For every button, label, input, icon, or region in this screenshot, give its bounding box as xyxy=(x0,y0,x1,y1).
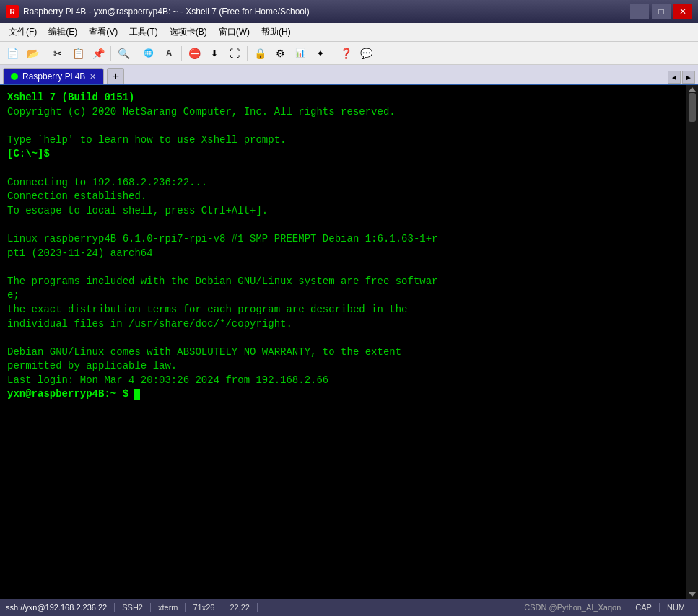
window-title: Raspberry Pi 4B - yxn@raspberryp4B: ~ - … xyxy=(23,6,630,17)
tb-paste[interactable]: 📌 xyxy=(89,44,108,63)
menu-file[interactable]: 文件(F) xyxy=(3,25,43,40)
terminal-line-19: Debian GNU/Linux comes with ABSOLUTELY N… xyxy=(7,346,679,360)
minimize-button[interactable]: ─ xyxy=(630,4,649,19)
tb-stop[interactable]: ⛔ xyxy=(185,44,204,63)
tb-cut[interactable]: ✂ xyxy=(48,44,67,63)
terminal-line-5: [C:\~]$ xyxy=(7,147,679,162)
scrollbar-vertical[interactable] xyxy=(686,85,698,599)
terminal-line-9: To escape to local shell, press Ctrl+Alt… xyxy=(7,204,679,219)
tb-fullscreen[interactable]: ⛶ xyxy=(225,44,244,63)
terminal-line-20: permitted by applicable law. xyxy=(7,359,679,374)
toolbar: 📄 📂 ✂ 📋 📌 🔍 🌐 A ⛔ ⬇ ⛶ 🔒 ⚙ 📊 ✦ ❓ 💬 xyxy=(0,42,698,65)
tb-session[interactable]: 🌐 xyxy=(139,44,158,63)
tb-help[interactable]: ❓ xyxy=(336,44,355,63)
tb-copy[interactable]: 📋 xyxy=(69,44,87,63)
tb-new[interactable]: 📄 xyxy=(3,44,22,63)
status-connection: ssh://yxn@192.168.2.236:22 xyxy=(6,603,115,612)
menu-edit[interactable]: 编辑(E) xyxy=(43,25,83,40)
tb-open[interactable]: 📂 xyxy=(23,44,42,63)
tab-navigation: ◄ ► xyxy=(668,71,695,84)
tb-download[interactable]: ⬇ xyxy=(205,44,224,63)
cursor-block xyxy=(134,389,140,400)
tb-settings[interactable]: ⚙ xyxy=(271,44,289,63)
terminal-line-13 xyxy=(7,260,679,275)
menu-view[interactable]: 查看(V) xyxy=(83,25,123,40)
status-terminal-type: xterm xyxy=(151,603,186,612)
tab-raspberry[interactable]: Raspberry Pi 4B ✕ xyxy=(3,68,104,84)
terminal-line-12: pt1 (2023-11-24) aarch64 xyxy=(7,247,679,261)
tb-lock[interactable]: 🔒 xyxy=(250,44,269,63)
menu-tools[interactable]: 工具(T) xyxy=(123,25,163,40)
scroll-down-arrow[interactable] xyxy=(689,592,696,597)
tb-find[interactable]: 🔍 xyxy=(114,44,133,63)
close-button[interactable]: ✕ xyxy=(673,4,692,19)
tb-star[interactable]: ✦ xyxy=(311,44,330,63)
tab-close-icon[interactable]: ✕ xyxy=(90,72,96,82)
menu-help[interactable]: 帮助(H) xyxy=(256,25,297,40)
menu-bar: 文件(F) 编辑(E) 查看(V) 工具(T) 选项卡(B) 窗口(W) 帮助(… xyxy=(0,23,698,42)
status-watermark: CSDN @Python_AI_Xaqon xyxy=(517,603,628,612)
terminal-line-16: the exact distribution terms for each pr… xyxy=(7,303,679,317)
terminal-line-11: Linux raspberryp4B 6.1.0-rpi7-rpi-v8 #1 … xyxy=(7,232,679,247)
terminal-line-14: The programs included with the Debian GN… xyxy=(7,275,679,289)
terminal-line-3 xyxy=(7,119,679,133)
terminal-line-6 xyxy=(7,162,679,176)
tab-arrow-right[interactable]: ► xyxy=(682,71,695,84)
terminal-line-18 xyxy=(7,331,679,346)
terminal-line-22: yxn@raspberryp4B:~ $ xyxy=(7,387,679,402)
terminal-line-17: individual files in /usr/share/doc/*/cop… xyxy=(7,317,679,332)
status-protocol: SSH2 xyxy=(115,603,151,612)
terminal-line-2: Copyright (c) 2020 NetSarang Computer, I… xyxy=(7,105,679,120)
status-cap: CAP xyxy=(628,603,660,612)
scroll-thumb[interactable] xyxy=(689,93,696,122)
tab-bar: Raspberry Pi 4B ✕ + ◄ ► xyxy=(0,65,698,85)
tab-label: Raspberry Pi 4B xyxy=(22,71,85,82)
status-bar: ssh://yxn@192.168.2.236:22 SSH2 xterm 71… xyxy=(0,599,698,616)
tab-arrow-left[interactable]: ◄ xyxy=(668,71,681,84)
terminal-line-4: Type `help' to learn how to use Xshell p… xyxy=(7,133,679,148)
tab-status-dot xyxy=(11,73,18,80)
terminal-line-15: e; xyxy=(7,289,679,303)
terminal-output[interactable]: Xshell 7 (Build 0151) Copyright (c) 2020… xyxy=(0,85,686,599)
status-size: 71x26 xyxy=(186,603,222,612)
tb-monitor[interactable]: 📊 xyxy=(291,44,310,63)
terminal-line-21: Last login: Mon Mar 4 20:03:26 2024 from… xyxy=(7,374,679,388)
menu-tabs[interactable]: 选项卡(B) xyxy=(164,25,213,40)
title-bar: R Raspberry Pi 4B - yxn@raspberryp4B: ~ … xyxy=(0,0,698,23)
tb-font[interactable]: A xyxy=(160,44,178,63)
terminal-line-10 xyxy=(7,218,679,232)
menu-window[interactable]: 窗口(W) xyxy=(213,25,256,40)
tb-chat[interactable]: 💬 xyxy=(357,44,375,63)
maximize-button[interactable]: □ xyxy=(652,4,671,19)
window-controls: ─ □ ✕ xyxy=(630,4,692,19)
app-icon: R xyxy=(6,5,19,18)
status-num: NUM xyxy=(660,603,692,612)
terminal-line-1: Xshell 7 (Build 0151) xyxy=(7,91,679,105)
terminal-line-7: Connecting to 192.168.2.236:22... xyxy=(7,176,679,190)
tab-add-button[interactable]: + xyxy=(107,68,124,84)
status-position: 22,22 xyxy=(222,603,258,612)
terminal-line-8: Connection established. xyxy=(7,190,679,204)
